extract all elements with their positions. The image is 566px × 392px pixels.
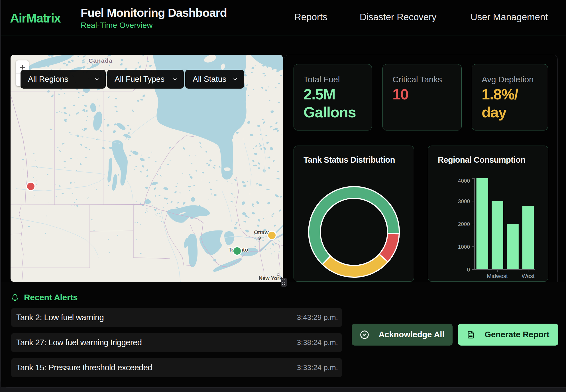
svg-text:New York: New York [259, 275, 282, 281]
svg-text:2000: 2000 [458, 221, 470, 227]
svg-text:3000: 3000 [458, 198, 470, 204]
svg-text:0: 0 [467, 267, 470, 273]
svg-text:West: West [522, 273, 535, 279]
svg-text:4000: 4000 [458, 178, 470, 184]
svg-text:1000: 1000 [458, 244, 470, 250]
svg-text:Canada: Canada [89, 57, 113, 64]
svg-text:Midwest: Midwest [487, 273, 508, 279]
